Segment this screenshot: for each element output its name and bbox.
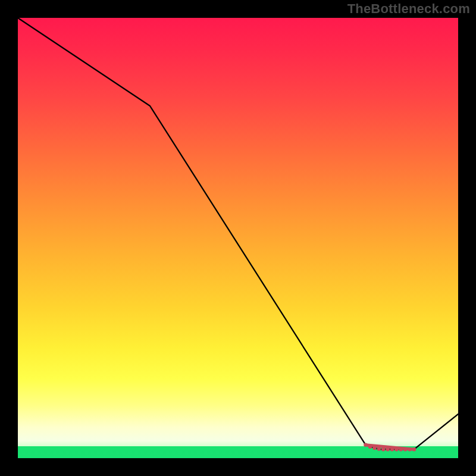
curve-marker <box>368 445 372 449</box>
curve-marker <box>390 447 394 452</box>
watermark-text: TheBottleneck.com <box>347 1 470 17</box>
curve-marker <box>403 447 408 452</box>
curve-marker <box>372 446 377 450</box>
curve-marker <box>381 447 386 452</box>
bottleneck-curve <box>18 18 458 449</box>
curve-marker <box>399 447 403 452</box>
curve-marker <box>394 447 399 452</box>
chart-frame: TheBottleneck.com <box>0 0 476 476</box>
curve-marker <box>412 447 416 452</box>
curve-marker <box>377 447 381 451</box>
marker-group <box>364 443 416 452</box>
chart-svg <box>18 18 458 458</box>
curve-marker <box>408 447 412 452</box>
curve-marker <box>364 443 368 447</box>
plot-area <box>18 18 458 458</box>
curve-marker <box>386 447 390 452</box>
